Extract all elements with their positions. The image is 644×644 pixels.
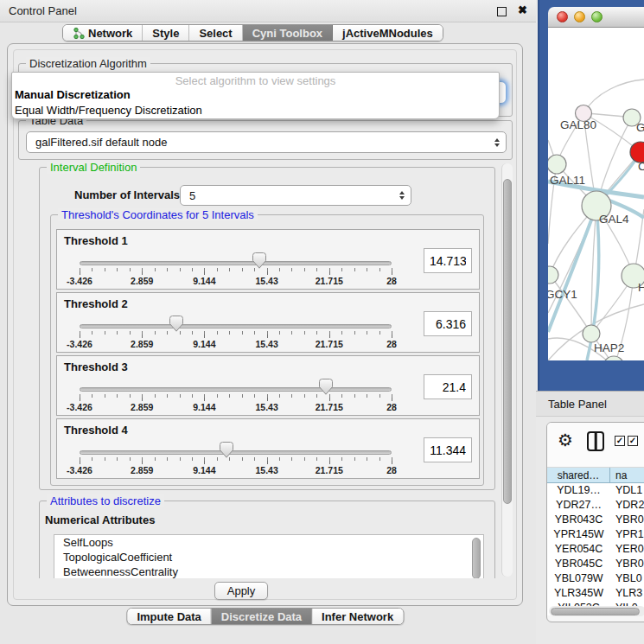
tick-label: 2.859 [131, 465, 153, 475]
node-label-c-clipped: C [638, 160, 644, 173]
threshold-2-slider-track[interactable] [80, 324, 392, 328]
scrollbar-thumb[interactable] [503, 179, 512, 504]
threshold-1-slider-thumb[interactable] [252, 252, 266, 269]
minimize-traffic-light-icon[interactable] [574, 11, 585, 22]
numerical-attributes-list: SelfLoops TopologicalCoefficient Between… [54, 534, 484, 578]
combo-stepper-icon [494, 138, 500, 147]
numerical-attributes-label: Numerical Attributes [45, 513, 155, 526]
number-of-intervals-label: Number of Intervals [74, 188, 180, 201]
scrollbar-thumb[interactable] [472, 538, 481, 578]
tab-infer-network-label: Infer Network [322, 610, 393, 623]
column-header-name[interactable]: na [610, 468, 644, 483]
cyni-toolbox-panel: Discretization Algorithm Select algorith… [7, 43, 523, 606]
threshold-1-label: Threshold 1 [64, 234, 128, 247]
table-row[interactable]: YBR043C YBR0 [547, 513, 644, 527]
thresholds-coordinates-title: Threshold's Coordinates for 5 Intervals [58, 208, 258, 221]
threshold-4-slider-thumb[interactable] [220, 442, 233, 458]
table-row[interactable]: YPR145W YPR1 [547, 527, 644, 542]
tick-label: -3.426 [67, 465, 92, 475]
control-panel-titlebar: Control Panel ✖ [0, 0, 536, 22]
gear-icon[interactable]: ⚙ [558, 430, 573, 450]
cell-shared-name: YDR27… [547, 498, 610, 513]
threshold-1-value-field[interactable] [424, 248, 472, 273]
list-item[interactable]: SelfLoops [54, 535, 483, 550]
cell-name: YBR0 [610, 513, 644, 527]
apply-button[interactable]: Apply [214, 582, 268, 600]
checkbox-icon[interactable]: ✓ [628, 436, 638, 446]
float-window-icon[interactable] [497, 7, 507, 16]
zoom-traffic-light-icon[interactable] [591, 11, 603, 22]
threshold-3-value-field[interactable] [424, 374, 472, 399]
number-of-intervals-combobox[interactable]: 5 [180, 185, 411, 206]
cell-shared-name: YER054C [547, 542, 610, 557]
cell-name: YPR1 [610, 527, 644, 542]
tab-impute-data-label: Impute Data [137, 610, 201, 623]
threshold-1-slider-track[interactable] [80, 261, 392, 265]
dropdown-item-equal-width-frequency[interactable]: Equal Width/Frequency Discretization [12, 103, 499, 118]
slider-axis-labels: -3.426 2.859 9.144 15.43 21.715 28 [80, 276, 392, 286]
dropdown-hint: Select algorithm to view settings [12, 73, 499, 87]
tab-discretize-data[interactable]: Discretize Data [212, 609, 312, 624]
tab-network[interactable]: Network [63, 25, 143, 41]
attribute-list-scrollbar[interactable] [471, 537, 481, 578]
table-horizontal-scrollbar[interactable] [549, 606, 644, 616]
threshold-4-slider-track[interactable] [80, 450, 392, 455]
table-row[interactable]: YBR045C YBR0 [547, 557, 644, 571]
checkbox-icon[interactable]: ✓ [615, 436, 625, 446]
threshold-2-value-field[interactable] [424, 311, 472, 336]
cell-name: YBR0 [610, 557, 644, 571]
tick-label: 2.859 [131, 402, 153, 412]
table-panel-titlebar: Table Panel [536, 391, 644, 417]
threshold-4-panel: Threshold 4 -3.426 2.859 9.144 [56, 418, 480, 479]
slider-minor-ticks [80, 268, 392, 271]
tick-label: 21.715 [316, 465, 343, 475]
settings-vertical-scrollbar[interactable] [501, 163, 513, 577]
tab-impute-data[interactable]: Impute Data [127, 609, 211, 624]
tab-style-label: Style [152, 27, 179, 40]
tick-label: 9.144 [193, 465, 215, 475]
tab-cyni-toolbox[interactable]: Cyni Toolbox [243, 25, 333, 41]
threshold-3-slider-thumb[interactable] [319, 379, 333, 395]
thresholds-coordinates-box: Threshold's Coordinates for 5 Intervals … [50, 214, 484, 486]
tick-label: 28 [386, 276, 397, 286]
attributes-to-discretize-box: Attributes to discretize Numerical Attri… [39, 501, 495, 578]
threshold-3-slider-track[interactable] [80, 387, 392, 392]
network-icon [73, 27, 85, 40]
threshold-2-panel: Threshold 2 -3.426 2.859 9.144 [56, 292, 480, 353]
table-row[interactable]: YDL19… YDL1 [547, 483, 644, 498]
table-row[interactable]: YDR27… YDR2 [547, 498, 644, 513]
tab-jactivemnodules[interactable]: jActiveMNodules [333, 25, 443, 41]
bottom-tab-bar: Impute Data Discretize Data Infer Networ… [126, 608, 404, 625]
threshold-4-value-field[interactable] [424, 437, 472, 462]
table-data-combobox[interactable]: galFiltered.sif default node [26, 131, 507, 153]
list-item[interactable]: BetweennessCentrality [54, 564, 483, 578]
table-row[interactable]: YLR345W YLR3 [547, 586, 644, 601]
scrollbar-thumb[interactable] [551, 608, 640, 615]
tab-infer-network[interactable]: Infer Network [312, 609, 403, 624]
dropdown-item-manual-discretization[interactable]: Manual Discretization [12, 87, 499, 103]
column-header-shared-name[interactable]: shared… [547, 468, 610, 483]
discretization-algorithm-box-title: Discretization Algorithm [26, 57, 150, 70]
node-label-gal11: GAL11 [550, 174, 585, 187]
close-traffic-light-icon[interactable] [557, 11, 568, 22]
tab-style[interactable]: Style [143, 25, 189, 41]
network-view-canvas[interactable]: GAL80 GA C GAL11 GAL4 GCY1 H HAP2 [548, 28, 644, 360]
slider-minor-ticks [80, 331, 392, 335]
network-window-titlebar[interactable] [548, 7, 644, 28]
list-item[interactable]: TopologicalCoefficient [54, 550, 483, 564]
network-window-frame: GAL80 GA C GAL11 GAL4 GCY1 H HAP2 [538, 0, 644, 391]
cell-name: YBL0 [610, 571, 644, 586]
tick-label: 21.715 [316, 276, 343, 286]
columns-icon[interactable] [587, 431, 604, 451]
table-row[interactable]: YER054C YER0 [547, 542, 644, 557]
cell-name: YLR3 [610, 586, 644, 601]
node-label-hap2: HAP2 [594, 341, 624, 354]
table-row[interactable]: YBL079W YBL0 [547, 571, 644, 586]
tab-select[interactable]: Select [189, 25, 242, 41]
close-icon[interactable]: ✖ [518, 3, 527, 16]
tick-label: 21.715 [316, 402, 343, 412]
cell-name: YDR2 [610, 498, 644, 513]
threshold-2-slider-thumb[interactable] [169, 316, 183, 332]
table-data-selected-value: galFiltered.sif default node [35, 136, 167, 149]
table-panel-title: Table Panel [548, 398, 607, 411]
